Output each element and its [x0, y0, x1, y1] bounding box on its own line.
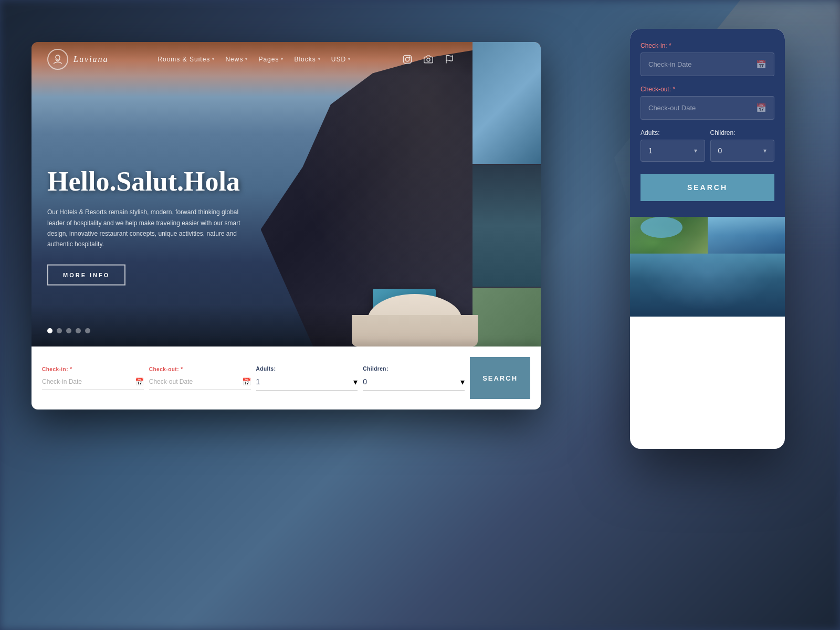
svg-point-0 [56, 55, 60, 59]
logo-icon [51, 53, 64, 66]
adults-field: Adults: 1 ▾ [256, 366, 358, 391]
chevron-down-icon: ▾ [281, 57, 284, 61]
chevron-down-icon: ▾ [212, 57, 215, 61]
mobile-adults-label: Adults: [640, 129, 705, 136]
hero-description: Our Hotels & Resorts remain stylish, mod… [47, 207, 247, 250]
booking-bar: Check-in: * Check-in Date 📅 Check-out: *… [32, 346, 541, 410]
slide-dots [47, 328, 90, 333]
nav-logo[interactable]: Luviana [47, 49, 108, 70]
mobile-checkin-input[interactable]: Check-in Date 📅 [640, 52, 774, 76]
mobile-adults-select[interactable]: 1 ▾ [640, 140, 705, 162]
nav-social-icons [400, 52, 457, 67]
adults-label: Adults: [256, 366, 358, 372]
mobile-checkout-input[interactable]: Check-out Date 📅 [640, 96, 774, 120]
calendar-icon: 📅 [135, 377, 144, 386]
brand-name: Luviana [74, 55, 108, 64]
mobile-children-group: Children: 0 ▾ [710, 129, 775, 162]
mobile-checkout-label: Check-out: * [640, 86, 774, 93]
slide-dot-1[interactable] [47, 328, 52, 333]
mobile-calendar-icon: 📅 [756, 59, 766, 69]
mobile-children-label: Children: [710, 129, 775, 136]
svg-rect-1 [403, 55, 411, 63]
chevron-down-icon: ▾ [694, 147, 697, 155]
hero-section: Luviana Rooms & Suites ▾ News ▾ Pages ▾ … [32, 42, 541, 410]
more-info-button[interactable]: MORE INFO [47, 264, 125, 285]
svg-point-4 [427, 58, 430, 61]
checkin-label: Check-in: * [42, 366, 144, 372]
logo-circle [47, 49, 68, 70]
checkout-placeholder: Check-out Date [149, 378, 193, 385]
mobile-search-button[interactable]: SEARCH [640, 174, 774, 201]
mobile-photo-pool [630, 217, 708, 254]
children-field: Children: 0 ▾ [363, 366, 465, 391]
slide-dot-2[interactable] [57, 328, 62, 333]
chevron-down-icon: ▾ [353, 377, 358, 387]
checkout-field: Check-out: * Check-out Date 📅 [149, 366, 251, 390]
mobile-children-select[interactable]: 0 ▾ [710, 140, 775, 162]
mobile-checkout-group: Check-out: * Check-out Date 📅 [640, 86, 774, 120]
hero-title: Hello.Salut.Hola [47, 166, 247, 196]
mobile-guests-row: Adults: 1 ▾ Children: 0 ▾ [640, 129, 774, 162]
checkin-placeholder: Check-in Date [42, 378, 82, 385]
chevron-down-icon: ▾ [348, 57, 351, 61]
instagram-icon[interactable] [400, 52, 415, 67]
chevron-down-icon: ▾ [245, 57, 248, 61]
mobile-adults-group: Adults: 1 ▾ [640, 129, 705, 162]
mobile-photos-grid [630, 217, 785, 353]
thumb-2 [472, 165, 541, 287]
nav-news[interactable]: News ▾ [225, 56, 248, 63]
chevron-down-icon: ▾ [318, 57, 321, 61]
checkout-label: Check-out: * [149, 366, 251, 372]
adults-select[interactable]: 1 ▾ [256, 374, 358, 391]
nav-menu: Rooms & Suites ▾ News ▾ Pages ▾ Blocks ▾… [158, 56, 351, 63]
checkin-input[interactable]: Check-in Date 📅 [42, 374, 144, 390]
mobile-checkin-group: Check-in: * Check-in Date 📅 [640, 42, 774, 76]
children-label: Children: [363, 366, 465, 372]
slide-dot-3[interactable] [66, 328, 71, 333]
nav-pages[interactable]: Pages ▾ [258, 56, 284, 63]
nav-rooms-suites[interactable]: Rooms & Suites ▾ [158, 56, 215, 63]
desktop-mockup: Luviana Rooms & Suites ▾ News ▾ Pages ▾ … [32, 42, 541, 410]
camera-icon[interactable] [421, 52, 436, 67]
mobile-checkin-placeholder: Check-in Date [648, 60, 691, 68]
mobile-photo-water [708, 217, 785, 254]
children-select[interactable]: 0 ▾ [363, 374, 465, 391]
mobile-booking-form: Check-in: * Check-in Date 📅 Check-out: *… [630, 29, 785, 217]
mobile-calendar-icon-2: 📅 [756, 103, 766, 113]
children-value: 0 [363, 377, 367, 386]
pool-shape [640, 217, 682, 238]
nav-blocks[interactable]: Blocks ▾ [294, 56, 320, 63]
hero-content: Hello.Salut.Hola Our Hotels & Resorts re… [47, 166, 247, 286]
nav-currency[interactable]: USD ▾ [331, 56, 351, 63]
thumb-1 [472, 42, 541, 164]
slide-dot-4[interactable] [76, 328, 81, 333]
checkout-input[interactable]: Check-out Date 📅 [149, 374, 251, 390]
checkin-field: Check-in: * Check-in Date 📅 [42, 366, 144, 390]
dome-building [368, 294, 462, 346]
chevron-down-icon: ▾ [460, 377, 465, 387]
svg-point-2 [405, 57, 410, 61]
search-button[interactable]: SEARCH [470, 357, 530, 399]
svg-point-3 [409, 57, 410, 58]
mobile-mockup: Check-in: * Check-in Date 📅 Check-out: *… [630, 29, 785, 449]
mobile-photo-landscape [630, 254, 785, 317]
main-nav: Luviana Rooms & Suites ▾ News ▾ Pages ▾ … [32, 42, 472, 76]
mobile-checkout-placeholder: Check-out Date [648, 104, 696, 112]
mobile-adults-value: 1 [648, 146, 653, 155]
mobile-checkin-label: Check-in: * [640, 42, 774, 49]
mobile-children-value: 0 [718, 146, 722, 155]
chevron-down-icon: ▾ [763, 147, 766, 155]
calendar-icon-2: 📅 [242, 377, 251, 386]
slide-dot-5[interactable] [85, 328, 90, 333]
adults-value: 1 [256, 377, 260, 386]
flag-icon[interactable] [442, 52, 457, 67]
